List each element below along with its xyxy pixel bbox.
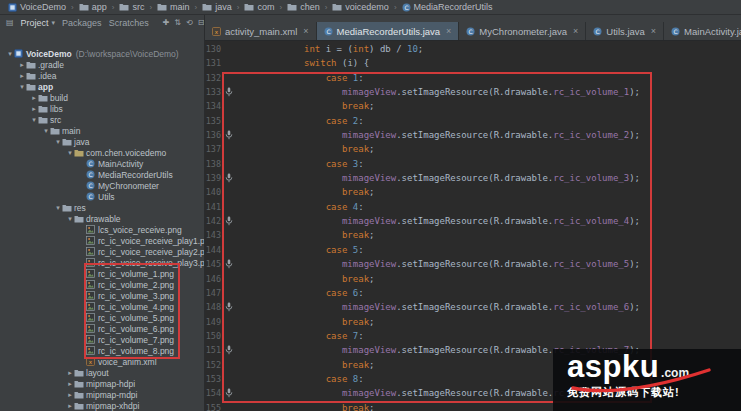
sort-icon[interactable]: ⇅ bbox=[174, 18, 181, 27]
project-view-selector[interactable]: Project ▾ bbox=[21, 18, 56, 28]
tree-item-rc_ic_volume_2.png[interactable]: rc_ic_volume_2.png bbox=[0, 279, 204, 290]
gutter-slot bbox=[222, 142, 236, 156]
tab-MediaRecorderUtils.java[interactable]: CMediaRecorderUtils.java× bbox=[317, 22, 460, 40]
package-icon bbox=[74, 149, 85, 157]
tree-item-MediaRecorderUtils[interactable]: CMediaRecorderUtils bbox=[0, 169, 204, 180]
class-file-icon: C bbox=[324, 27, 333, 36]
chevron-right-icon[interactable]: ▸ bbox=[66, 389, 74, 400]
tree-item-rc_ic_volume_1.png[interactable]: rc_ic_volume_1.png bbox=[0, 268, 204, 279]
tree-item-rc_ic_volume_7.png[interactable]: rc_ic_volume_7.png bbox=[0, 334, 204, 345]
close-icon[interactable]: × bbox=[573, 26, 578, 36]
tree-item-.gradle[interactable]: ▸.gradle bbox=[0, 59, 204, 70]
tree-item-src[interactable]: ▾src bbox=[0, 114, 204, 125]
chevron-right-icon[interactable]: ▸ bbox=[18, 70, 26, 81]
gutter-slot bbox=[222, 157, 236, 171]
code-line: 141 case 4: bbox=[205, 200, 741, 214]
tree-item-com.chen.voicedemo[interactable]: ▾com.chen.voicedemo bbox=[0, 147, 204, 158]
nav-item-com[interactable]: com bbox=[242, 2, 276, 12]
chevron-down-icon[interactable]: ▾ bbox=[54, 202, 62, 213]
scroll-to-source-icon[interactable]: ⟲ bbox=[186, 18, 193, 27]
close-icon[interactable]: × bbox=[651, 26, 656, 36]
tree-item-rc_ic_voice_receive_play1.png[interactable]: rc_ic_voice_receive_play1.png bbox=[0, 235, 204, 246]
tab-label: MainActivity.java bbox=[684, 26, 741, 37]
nav-item-mediarecorderutils[interactable]: CMediaRecorderUtils bbox=[400, 2, 495, 12]
tree-item-app[interactable]: ▾app bbox=[0, 81, 204, 92]
tree-item-VoiceDemo[interactable]: ▾VoiceDemo(D:\workspace\VoiceDemo) bbox=[0, 48, 204, 59]
tab-scratches[interactable]: Scratches bbox=[109, 18, 149, 28]
nav-item-app[interactable]: app bbox=[77, 2, 109, 12]
chevron-down-icon[interactable]: ▾ bbox=[6, 48, 14, 59]
nav-item-voicedemo[interactable]: VoiceDemo bbox=[6, 2, 68, 12]
folder-icon bbox=[74, 380, 85, 388]
tree-item-mipmap-mdpi[interactable]: ▸mipmap-mdpi bbox=[0, 389, 204, 400]
editor-tab-bar: xactivity_main.xml×CMediaRecorderUtils.j… bbox=[205, 15, 741, 41]
drawable-preview-icon[interactable] bbox=[222, 300, 236, 314]
tree-item-rc_ic_volume_8.png[interactable]: rc_ic_volume_8.png bbox=[0, 345, 204, 356]
tree-item-MainActivity[interactable]: CMainActivity bbox=[0, 158, 204, 169]
code-text: mimageView.setImageResource(R.drawable.r… bbox=[236, 257, 640, 271]
breadcrumb: VoiceDemo›app›src›main›java›com›chen›voi… bbox=[0, 0, 741, 15]
chevron-down-icon[interactable]: ▾ bbox=[30, 114, 38, 125]
tree-item-label: libs bbox=[50, 104, 63, 114]
collapse-all-icon[interactable]: ⊟ bbox=[198, 18, 205, 27]
drawable-preview-icon[interactable] bbox=[222, 343, 236, 357]
tab-MyChronometer.java[interactable]: CMyChronometer.java× bbox=[459, 22, 586, 40]
chevron-right-icon[interactable]: ▸ bbox=[30, 103, 38, 114]
watermark-tagline: 免费网站源码下载站! bbox=[567, 385, 735, 400]
nav-item-java[interactable]: java bbox=[200, 2, 234, 12]
chevron-down-icon[interactable]: ▾ bbox=[66, 147, 74, 158]
drawable-preview-icon[interactable] bbox=[222, 128, 236, 142]
tree-item-rc_ic_volume_5.png[interactable]: rc_ic_volume_5.png bbox=[0, 312, 204, 323]
drawable-preview-icon[interactable] bbox=[222, 386, 236, 400]
nav-item-voicedemo[interactable]: voicedemo bbox=[330, 2, 391, 12]
chevron-down-icon[interactable]: ▾ bbox=[54, 136, 62, 147]
add-icon[interactable]: ✚ bbox=[163, 18, 170, 27]
tree-item-.idea[interactable]: ▸.idea bbox=[0, 70, 204, 81]
tree-item-rc_ic_volume_3.png[interactable]: rc_ic_volume_3.png bbox=[0, 290, 204, 301]
chevron-down-icon[interactable]: ▾ bbox=[42, 125, 50, 136]
tree-item-rc_ic_voice_receive_play3.png[interactable]: rc_ic_voice_receive_play3.png bbox=[0, 257, 204, 268]
drawable-preview-icon[interactable] bbox=[222, 257, 236, 271]
chevron-down-icon[interactable]: ▾ bbox=[18, 81, 26, 92]
tab-MainActivity.java[interactable]: CMainActivity.java× bbox=[664, 22, 741, 40]
close-icon[interactable]: × bbox=[446, 26, 451, 36]
project-panel-header: ▤ Project ▾ Packages Scratches ✚⇅⟲⊟⚙ bbox=[0, 15, 204, 29]
tab-Utils.java[interactable]: CUtils.java× bbox=[586, 22, 664, 40]
chevron-right-icon[interactable]: ▸ bbox=[30, 92, 38, 103]
gutter-slot bbox=[222, 401, 236, 411]
tree-item-res[interactable]: ▾res bbox=[0, 202, 204, 213]
tree-item-mipmap-xhdpi[interactable]: ▸mipmap-xhdpi bbox=[0, 400, 204, 411]
chevron-right-icon[interactable]: ▸ bbox=[66, 367, 74, 378]
tree-item-rc_ic_volume_4.png[interactable]: rc_ic_volume_4.png bbox=[0, 301, 204, 312]
drawable-preview-icon[interactable] bbox=[222, 171, 236, 185]
chevron-down-icon[interactable]: ▾ bbox=[66, 213, 74, 224]
chevron-right-icon[interactable]: ▸ bbox=[18, 59, 26, 70]
tree-item-lcs_voice_receive.png[interactable]: lcs_voice_receive.png bbox=[0, 224, 204, 235]
tree-item-layout[interactable]: ▸layout bbox=[0, 367, 204, 378]
drawable-preview-icon[interactable] bbox=[222, 214, 236, 228]
close-icon[interactable]: × bbox=[303, 26, 308, 36]
tab-packages[interactable]: Packages bbox=[62, 18, 102, 28]
nav-item-src[interactable]: src bbox=[117, 2, 146, 12]
folder-icon bbox=[287, 3, 297, 11]
tree-item-mipmap-hdpi[interactable]: ▸mipmap-hdpi bbox=[0, 378, 204, 389]
chevron-right-icon[interactable]: ▸ bbox=[66, 378, 74, 389]
xml-icon: x bbox=[86, 357, 97, 366]
tree-item-main[interactable]: ▾main bbox=[0, 125, 204, 136]
tree-item-Utils[interactable]: CUtils bbox=[0, 191, 204, 202]
tree-item-rc_ic_voice_receive_play2.png[interactable]: rc_ic_voice_receive_play2.png bbox=[0, 246, 204, 257]
chevron-right-icon[interactable]: ▸ bbox=[66, 400, 74, 411]
tree-item-voice_anim.xml[interactable]: xvoice_anim.xml bbox=[0, 356, 204, 367]
tree-item-java[interactable]: ▾java bbox=[0, 136, 204, 147]
drawable-preview-icon[interactable] bbox=[222, 85, 236, 99]
tree-item-build[interactable]: ▸build bbox=[0, 92, 204, 103]
tab-activity_main.xml[interactable]: xactivity_main.xml× bbox=[205, 22, 317, 40]
line-number: 147 bbox=[205, 286, 222, 300]
tree-item-libs[interactable]: ▸libs bbox=[0, 103, 204, 114]
tree-item-rc_ic_volume_6.png[interactable]: rc_ic_volume_6.png bbox=[0, 323, 204, 334]
nav-item-chen[interactable]: chen bbox=[285, 2, 322, 12]
tree-item-MyChronometer[interactable]: CMyChronometer bbox=[0, 180, 204, 191]
nav-item-main[interactable]: main bbox=[155, 2, 192, 12]
breadcrumb-separator: › bbox=[237, 3, 240, 12]
tree-item-drawable[interactable]: ▾drawable bbox=[0, 213, 204, 224]
